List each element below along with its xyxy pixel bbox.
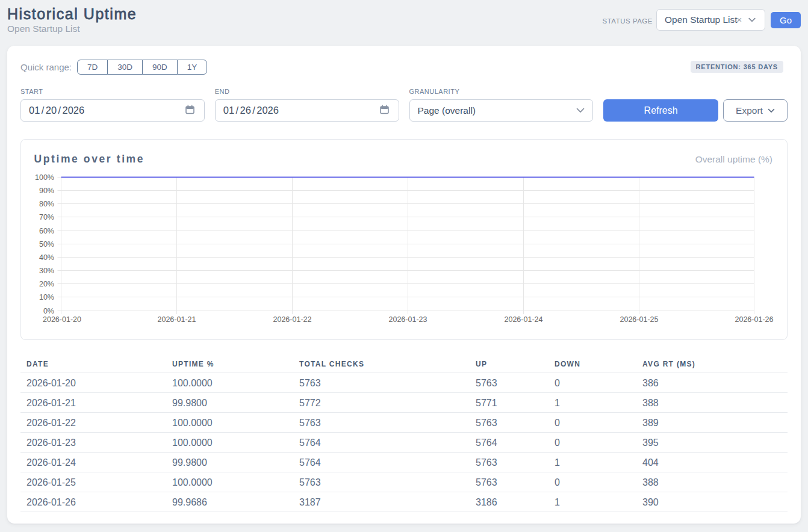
svg-text:20%: 20%: [39, 280, 54, 288]
svg-text:90%: 90%: [39, 187, 54, 195]
svg-text:2026-01-24: 2026-01-24: [505, 315, 543, 324]
svg-text:70%: 70%: [39, 213, 54, 221]
svg-text:50%: 50%: [39, 240, 54, 249]
svg-text:60%: 60%: [39, 227, 54, 235]
svg-text:2026-01-21: 2026-01-21: [158, 315, 196, 324]
svg-text:2026-01-25: 2026-01-25: [620, 315, 659, 324]
svg-text:40%: 40%: [39, 253, 54, 262]
svg-text:30%: 30%: [39, 267, 54, 275]
svg-text:2026-01-23: 2026-01-23: [389, 315, 427, 324]
svg-text:2026-01-22: 2026-01-22: [273, 315, 312, 324]
svg-text:10%: 10%: [39, 293, 54, 302]
svg-text:80%: 80%: [39, 200, 54, 208]
svg-text:2026-01-20: 2026-01-20: [43, 315, 81, 324]
svg-text:0%: 0%: [43, 307, 54, 315]
svg-text:2026-01-26: 2026-01-26: [735, 315, 774, 324]
svg-text:100%: 100%: [35, 173, 54, 182]
